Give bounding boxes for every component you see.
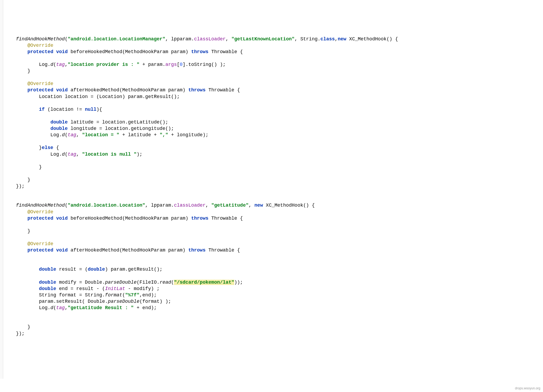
keyword: throws	[188, 87, 206, 93]
method-call: d	[62, 132, 65, 138]
string-literal-highlighted: "/sdcard/pokemon/lat"	[174, 280, 234, 285]
field-ref: InitLat	[105, 286, 125, 291]
annotation: @Override	[27, 43, 53, 48]
keyword: protected	[27, 216, 53, 221]
string-literal: "getLastKnownLocation"	[231, 36, 295, 42]
keyword: class	[320, 36, 335, 42]
keyword: void	[56, 216, 68, 221]
annotation: @Override	[27, 81, 53, 86]
method-call: d	[51, 62, 53, 67]
keyword: void	[56, 87, 68, 93]
keyword: throws	[191, 216, 208, 221]
string-literal: "location provider is : "	[68, 62, 139, 67]
string-literal: "location is null "	[82, 152, 136, 157]
keyword: throws	[191, 49, 208, 54]
field-ref: args	[165, 62, 177, 67]
string-literal: "%7f"	[125, 292, 139, 298]
string-literal: "getLatitude Result : "	[68, 305, 133, 310]
string-literal: ","	[160, 132, 168, 138]
code-block: findAndHookMethod("android.location.Loca…	[16, 36, 543, 337]
keyword: protected	[27, 248, 53, 253]
field-ref: classLoader	[194, 36, 226, 42]
annotation: @Override	[27, 209, 53, 215]
keyword: double	[51, 126, 68, 131]
method-call: read	[160, 280, 171, 285]
field-ref: tag	[56, 305, 65, 310]
field-ref: classLoader	[174, 203, 206, 208]
method-call: d	[62, 152, 65, 157]
keyword: void	[56, 248, 68, 253]
string-literal: "location = "	[82, 132, 119, 138]
keyword: double	[51, 120, 68, 125]
number-literal: 0	[180, 62, 183, 67]
method-call: findAndHookMethod	[16, 203, 65, 208]
keyword: new	[254, 203, 263, 208]
string-literal: "android.location.Location"	[68, 203, 145, 208]
keyword: double	[39, 286, 56, 291]
method-call: d	[51, 305, 53, 310]
keyword: protected	[27, 87, 53, 93]
field-ref: tag	[68, 152, 76, 157]
annotation: @Override	[27, 241, 53, 246]
keyword: if	[39, 107, 45, 112]
string-literal: "android.location.LocationManager"	[68, 36, 165, 42]
field-ref: tag	[68, 132, 76, 138]
field-ref: tag	[56, 62, 65, 67]
method-call: parseDouble	[108, 299, 140, 304]
keyword: double	[88, 267, 105, 272]
method-call: format	[105, 292, 122, 298]
keyword: double	[39, 267, 56, 272]
method-call: findAndHookMethod	[16, 36, 65, 42]
keyword: protected	[27, 49, 53, 54]
keyword: void	[56, 49, 68, 54]
keyword: double	[39, 280, 56, 285]
keyword: throws	[188, 248, 206, 253]
gutter	[0, 0, 3, 379]
keyword: null	[85, 107, 96, 112]
method-call: parseDouble	[105, 280, 137, 285]
string-literal: "getLatitude"	[211, 203, 249, 208]
keyword: else	[42, 145, 53, 150]
keyword: new	[338, 36, 346, 42]
